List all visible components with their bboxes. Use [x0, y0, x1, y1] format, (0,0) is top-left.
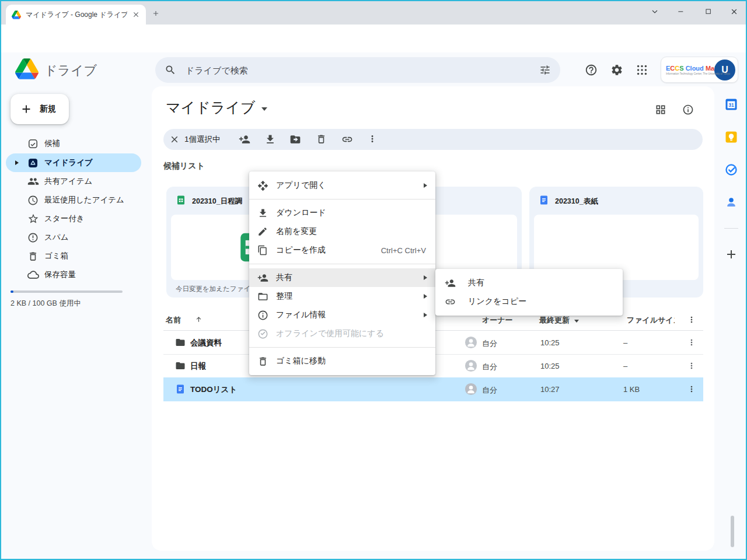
keep-icon[interactable] [724, 130, 738, 144]
header-name[interactable]: 名前 [166, 315, 181, 326]
window-maximize-button[interactable] [704, 7, 713, 16]
storage-progress-bar [11, 290, 123, 293]
sidebar-item-starred[interactable]: スター付き [6, 209, 141, 228]
header-size[interactable]: ファイルサイズ [627, 315, 675, 326]
trash-icon [257, 356, 268, 367]
open-with-icon [257, 180, 268, 191]
svg-text:31: 31 [728, 102, 734, 108]
download-icon[interactable] [264, 134, 276, 145]
browser-tab[interactable]: マイドライブ - Google ドライブ [6, 5, 146, 24]
move-to-folder-icon[interactable] [289, 134, 301, 145]
account-badge[interactable]: ECCS Cloud Mail Information Technology C… [661, 57, 738, 83]
storage-progress-fill [11, 290, 13, 293]
context-menu: アプリで開く ダウンロード 名前を変更 コピーを作成 Ctrl+C Ctrl+V [249, 172, 435, 375]
account-avatar[interactable]: U [714, 60, 735, 80]
browser-window: マイドライブ - Google ドライブ [0, 0, 747, 560]
search-bar[interactable] [155, 57, 560, 83]
modified-filter-caret-icon[interactable] [574, 320, 579, 323]
menu-divider [249, 199, 435, 200]
file-row-todo-list[interactable]: TODOリスト 自分 10:27 1 KB [163, 377, 703, 401]
sidebar-item-trash[interactable]: ゴミ箱 [6, 247, 141, 265]
trash-icon[interactable] [316, 134, 327, 145]
share-person-add-icon [257, 272, 268, 284]
menu-item-open-with[interactable]: アプリで開く [249, 176, 435, 195]
info-icon [257, 310, 268, 321]
download-icon [257, 208, 268, 219]
sidebar-item-storage[interactable]: 保存容量 [6, 265, 141, 284]
menu-divider [249, 347, 435, 348]
sidebar-item-shared[interactable]: 共有アイテム [6, 172, 141, 191]
selection-count: 1個選択中 [184, 134, 221, 145]
menu-divider [249, 264, 435, 264]
sidebar-item-my-drive[interactable]: マイドライブ [6, 153, 141, 172]
grid-view-toggle-icon[interactable] [655, 104, 666, 116]
help-icon[interactable] [585, 64, 598, 76]
cloud-icon [27, 269, 39, 281]
account-badge-subtitle: Information Technology Center, The Unive… [666, 72, 710, 75]
scrollbar-thumb[interactable] [731, 516, 734, 547]
docs-file-icon [175, 384, 186, 394]
drive-favicon [12, 10, 21, 19]
menu-item-organize[interactable]: 整理 [249, 287, 435, 306]
copy-icon [257, 245, 268, 256]
submenu-arrow-icon [424, 183, 427, 188]
search-options-tune-icon[interactable] [539, 64, 551, 76]
menu-item-download[interactable]: ダウンロード [249, 204, 435, 222]
check-square-icon [27, 138, 39, 149]
details-info-icon[interactable] [682, 104, 694, 116]
submenu-item-share[interactable]: 共有 [435, 274, 623, 292]
menu-item-move-to-trash[interactable]: ゴミ箱に移動 [249, 352, 435, 370]
search-input[interactable] [184, 65, 539, 76]
people-icon [27, 176, 39, 187]
contacts-icon[interactable] [724, 195, 738, 209]
copy-link-icon[interactable] [341, 134, 353, 145]
tab-search-chevron-icon[interactable] [650, 7, 659, 16]
window-close-button[interactable] [729, 7, 739, 16]
menu-item-file-info[interactable]: ファイル情報 [249, 306, 435, 324]
selection-toolbar: 1個選択中 [163, 129, 703, 150]
share-person-add-icon[interactable] [239, 134, 250, 145]
calendar-icon[interactable]: 31 [724, 97, 738, 111]
settings-gear-icon[interactable] [610, 64, 623, 76]
owner-avatar [465, 383, 477, 396]
submenu-item-copy-link[interactable]: リンクをコピー [435, 292, 623, 311]
menu-item-make-offline: オフラインで使用可能にする [249, 324, 435, 343]
pencil-icon [257, 226, 268, 237]
sidebar-item-recent[interactable]: 最近使用したアイテム [6, 191, 141, 209]
submenu-arrow-icon [424, 294, 427, 299]
menu-item-share[interactable]: 共有 [249, 268, 435, 287]
menu-item-rename[interactable]: 名前を変更 [249, 222, 435, 241]
sidebar-item-spam[interactable]: スパム [6, 228, 141, 247]
row-more-kebab-icon[interactable] [687, 361, 696, 370]
new-tab-button[interactable] [152, 9, 160, 18]
star-icon [27, 213, 39, 225]
submenu-arrow-icon [424, 313, 427, 317]
folder-icon [175, 337, 186, 348]
drive-logo [15, 58, 39, 79]
sidebar-item-suggested[interactable]: 候補 [6, 134, 141, 153]
header-modified[interactable]: 最終更新 [539, 315, 579, 326]
header-owner[interactable]: オーナー [482, 315, 513, 326]
sort-ascending-icon[interactable] [195, 316, 203, 323]
expand-arrow-icon[interactable] [15, 160, 19, 165]
clear-selection-icon[interactable] [169, 134, 180, 145]
more-actions-kebab-icon[interactable] [367, 134, 378, 144]
window-minimize-button[interactable] [676, 7, 686, 16]
rail-add-icon[interactable] [724, 247, 738, 261]
tasks-icon[interactable] [724, 163, 738, 177]
tab-close-icon[interactable] [132, 10, 140, 19]
page-title[interactable]: マイドライブ [166, 98, 267, 117]
row-more-kebab-icon[interactable] [687, 338, 696, 347]
plus-icon [20, 103, 33, 116]
docs-file-icon [539, 195, 549, 205]
new-button[interactable]: 新規 [11, 94, 69, 124]
trash-icon [27, 251, 39, 262]
tab-title: マイドライブ - Google ドライブ [26, 10, 127, 20]
search-icon[interactable] [165, 64, 176, 76]
share-person-add-icon [445, 278, 456, 289]
row-more-kebab-icon[interactable] [687, 384, 696, 394]
title-dropdown-caret-icon[interactable] [261, 107, 267, 111]
google-apps-grid-icon[interactable] [636, 64, 648, 76]
header-more-kebab-icon[interactable] [687, 315, 696, 324]
menu-item-make-copy[interactable]: コピーを作成 Ctrl+C Ctrl+V [249, 241, 435, 260]
